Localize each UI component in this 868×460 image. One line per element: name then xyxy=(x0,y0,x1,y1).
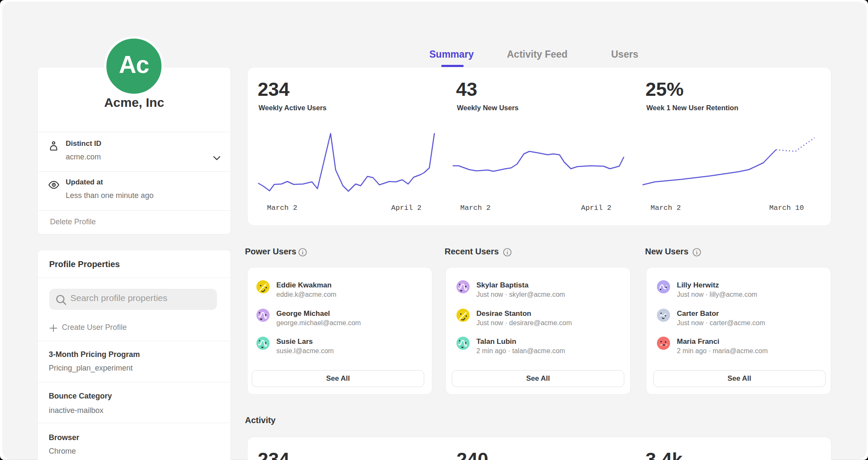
svg-text:i: i xyxy=(506,249,508,256)
svg-text:i: i xyxy=(696,249,698,256)
svg-text:i: i xyxy=(302,249,303,256)
